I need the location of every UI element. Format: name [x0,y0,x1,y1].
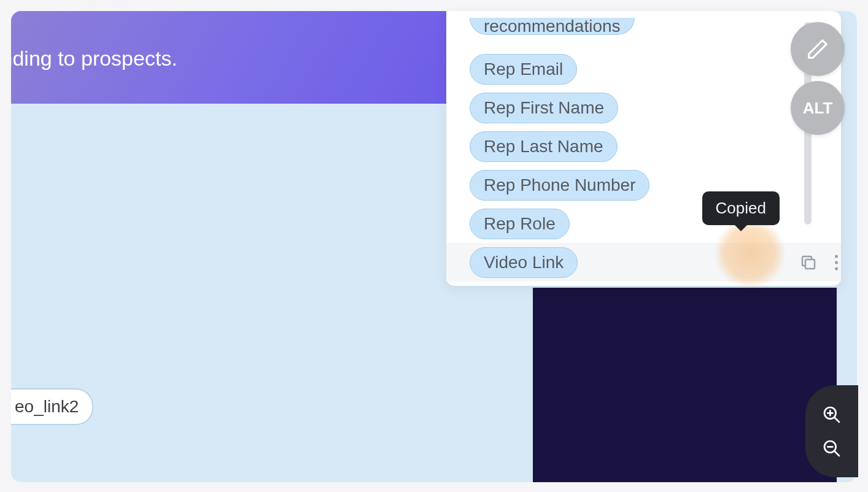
list-item[interactable]: Rep Email [470,50,798,88]
canvas-variable-label: eo_link2 [15,397,79,416]
svg-line-2 [834,417,839,422]
banner-text: oposals you're sending to prospects. [11,47,177,70]
variable-chip-rep-phone-number[interactable]: Rep Phone Number [470,170,649,201]
variable-chip-rep-last-name[interactable]: Rep Last Name [470,131,618,162]
zoom-controls [805,385,858,477]
copied-tooltip: Copied [702,191,780,225]
variable-chip-recommendations[interactable]: recommendations [470,18,635,35]
copy-icon [799,253,818,272]
edit-button[interactable] [791,22,845,76]
list-item[interactable]: Rep First Name [470,88,798,127]
variable-chip-rep-first-name[interactable]: Rep First Name [470,93,618,123]
zoom-out-icon [822,439,842,458]
pencil-icon [806,37,829,61]
zoom-in-button[interactable] [820,402,844,427]
dark-background-panel [533,288,837,482]
svg-line-6 [834,451,839,456]
alt-button[interactable]: ALT [791,81,845,135]
canvas-variable-tag[interactable]: eo_link2 [11,388,93,425]
zoom-out-button[interactable] [820,436,844,461]
tooltip-label: Copied [716,199,766,217]
list-item-selected[interactable]: Video Link [446,243,841,282]
more-options-button[interactable] [835,255,838,270]
alt-label: ALT [803,99,833,118]
variables-panel: recommendations Rep Email Rep First Name… [446,11,841,286]
variable-chip-video-link[interactable]: Video Link [470,247,578,278]
variable-chip-rep-email[interactable]: Rep Email [470,54,577,85]
variable-chip-list[interactable]: recommendations Rep Email Rep First Name… [470,11,798,264]
copy-button[interactable] [799,253,818,272]
banner: oposals you're sending to prospects. [11,11,448,104]
zoom-in-icon [822,405,842,425]
svg-rect-0 [805,259,815,269]
variable-chip-rep-role[interactable]: Rep Role [470,209,570,239]
list-item[interactable]: recommendations [470,11,798,50]
more-vertical-icon [835,255,838,258]
list-item[interactable]: Rep Last Name [470,127,798,166]
